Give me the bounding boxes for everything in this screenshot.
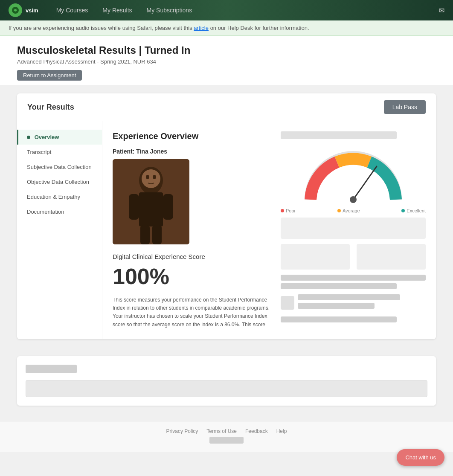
alert-bar: If you are are experiencing audio issues… <box>0 20 453 36</box>
main-panel: Experience Overview Patient: Tina Jones <box>102 121 436 339</box>
footer-logo-blurred <box>209 437 244 444</box>
page-title: Musculoskeletal Results | Turned In <box>17 44 436 56</box>
comment-title-blurred <box>26 365 77 373</box>
logo[interactable]: vsim <box>9 3 38 17</box>
results-body: Overview Transcript Subjective Data Coll… <box>17 121 436 339</box>
results-card: Your Results Lab Pass Overview Transcrip… <box>17 93 436 339</box>
left-column: Experience Overview Patient: Tina Jones <box>113 131 270 329</box>
alert-text: If you are are experiencing audio issues… <box>9 25 192 31</box>
sidebar-item-education[interactable]: Education & Empathy <box>17 189 102 204</box>
svg-rect-3 <box>139 192 163 226</box>
gauge-dot-average <box>337 209 341 212</box>
gauge-title-blurred <box>281 131 397 139</box>
page-header: Musculoskeletal Results | Turned In Adva… <box>0 36 453 85</box>
nav-my-courses[interactable]: My Courses <box>51 5 93 15</box>
sidebar-item-objective[interactable]: Objective Data Collection <box>17 174 102 189</box>
score-label: Digital Clinical Experience Score <box>113 253 270 260</box>
footer-link-terms[interactable]: Terms of Use <box>206 428 237 434</box>
results-section-title: Your Results <box>27 103 74 112</box>
logo-text: vsim <box>26 7 38 14</box>
svg-line-11 <box>353 166 377 200</box>
footer-link-help[interactable]: Help <box>276 428 287 434</box>
metric-box-2 <box>357 244 426 270</box>
experience-overview-title: Experience Overview <box>113 131 270 141</box>
gauge-label-excellent: Excellent <box>401 208 426 213</box>
alert-link[interactable]: article <box>194 25 209 31</box>
metric-box-1 <box>281 244 350 270</box>
return-button[interactable]: Return to Assignment <box>17 70 82 81</box>
svg-rect-5 <box>163 194 173 220</box>
comment-section <box>17 356 436 406</box>
blurred-text-3 <box>298 294 400 300</box>
patient-image <box>113 159 189 244</box>
footer-link-privacy[interactable]: Privacy Policy <box>166 428 198 434</box>
footer-links: Privacy Policy Terms of Use Feedback Hel… <box>17 428 436 434</box>
footer-link-feedback[interactable]: Feedback <box>245 428 268 434</box>
sidebar-item-documentation[interactable]: Documentation <box>17 204 102 219</box>
svg-point-12 <box>350 196 357 203</box>
gauge-labels: Poor Average Excellent <box>281 208 426 213</box>
logo-icon <box>9 3 22 17</box>
mail-icon[interactable]: ✉ <box>439 6 444 15</box>
svg-point-10 <box>153 175 156 179</box>
sidebar-item-overview[interactable]: Overview <box>17 130 102 145</box>
sidebar-item-subjective[interactable]: Subjective Data Collection <box>17 160 102 174</box>
metric-row-1 <box>281 244 426 270</box>
nav-my-results[interactable]: My Results <box>97 5 137 15</box>
chat-button[interactable]: Chat with us <box>397 449 444 452</box>
lab-pass-button[interactable]: Lab Pass <box>384 100 426 114</box>
navbar: vsim My Courses My Results My Subscripti… <box>0 0 453 20</box>
comment-input-blurred <box>26 380 427 397</box>
blurred-text-1 <box>281 275 426 281</box>
patient-label: Patient: Tina Jones <box>113 148 270 155</box>
blurred-text-4 <box>298 303 375 309</box>
small-icon-blurred <box>281 296 294 310</box>
svg-point-8 <box>142 169 160 188</box>
footer-area <box>0 348 453 421</box>
score-description: This score measures your performance on … <box>113 296 270 329</box>
gauge-container: Student Performance Index <box>281 144 426 204</box>
score-value: 100% <box>113 264 270 289</box>
alert-text2: on our Help Desk for further information… <box>210 25 309 31</box>
gauge-label-poor: Poor <box>281 208 296 213</box>
sidebar-dot <box>27 136 30 139</box>
nav-links: My Courses My Results My Subscriptions <box>51 5 439 15</box>
nav-my-subscriptions[interactable]: My Subscriptions <box>142 5 197 15</box>
navbar-icons: ✉ <box>439 6 444 15</box>
svg-rect-6 <box>140 225 150 244</box>
svg-rect-7 <box>152 225 162 244</box>
page-subtitle: Advanced Physical Assessment - Spring 20… <box>17 58 436 65</box>
blurred-text-5 <box>281 316 397 322</box>
svg-rect-4 <box>129 194 139 220</box>
gauge-label-average: Average <box>337 208 360 213</box>
results-header: Your Results Lab Pass <box>17 93 436 121</box>
main-content: Your Results Lab Pass Overview Transcrip… <box>0 85 453 348</box>
page-footer: Privacy Policy Terms of Use Feedback Hel… <box>0 421 453 452</box>
metric-section-blurred-1 <box>281 218 426 239</box>
right-column: Student Performance Index Poor Average <box>281 131 426 329</box>
svg-point-9 <box>146 175 149 179</box>
sidebar-item-transcript[interactable]: Transcript <box>17 145 102 160</box>
blurred-text-2 <box>281 283 397 289</box>
gauge-dot-excellent <box>401 209 405 212</box>
gauge-dot-poor <box>281 209 284 212</box>
results-sidebar: Overview Transcript Subjective Data Coll… <box>17 121 102 339</box>
